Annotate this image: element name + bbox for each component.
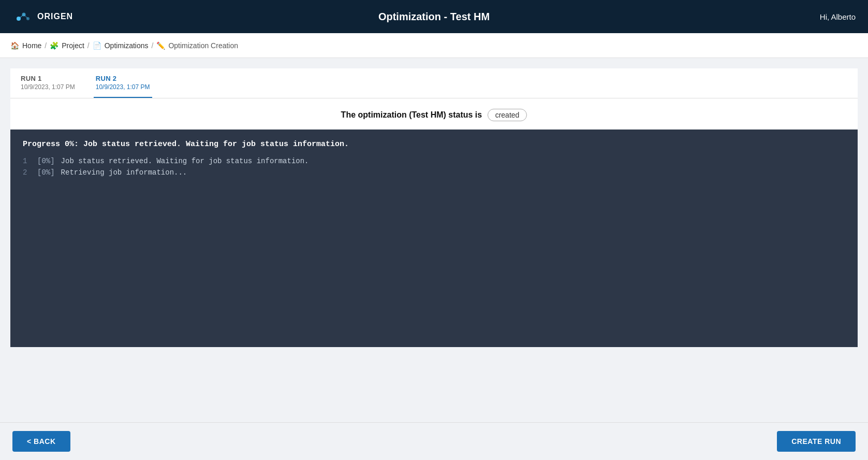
origen-logo-icon	[12, 7, 33, 26]
page-title: Optimization - Test HM	[378, 11, 490, 23]
breadcrumb-current: ✏️ Optimization Creation	[156, 41, 238, 50]
tab-run2-date: 10/9/2023, 1:07 PM	[96, 83, 150, 91]
tab-run1-date: 10/9/2023, 1:07 PM	[21, 83, 75, 91]
doc-icon: 📄	[93, 41, 101, 50]
run-tabs: RUN 1 10/9/2023, 1:07 PM RUN 2 10/9/2023…	[10, 68, 858, 98]
puzzle-icon: 🧩	[50, 41, 58, 50]
create-run-button[interactable]: CREATE RUN	[777, 431, 856, 452]
breadcrumb-optimizations[interactable]: 📄 Optimizations	[93, 41, 149, 50]
breadcrumb-project[interactable]: 🧩 Project	[50, 41, 84, 50]
logo[interactable]: ORIGEN	[12, 7, 73, 26]
status-line: The optimization (Test HM) status is cre…	[10, 98, 858, 130]
console-line-1-num: 1	[23, 157, 31, 165]
breadcrumb-current-label: Optimization Creation	[168, 41, 238, 50]
console-output: Progress 0%: Job status retrieved. Waiti…	[10, 130, 858, 347]
app-header: ORIGEN Optimization - Test HM Hi, Albert…	[0, 0, 868, 33]
breadcrumb-project-label: Project	[62, 41, 84, 50]
pencil-icon: ✏️	[156, 41, 165, 50]
breadcrumb-home-label: Home	[22, 41, 41, 50]
console-line-1-text: Job status retrieved. Waiting for job st…	[61, 157, 309, 165]
breadcrumb-home[interactable]: 🏠 Home	[10, 41, 41, 50]
user-greeting: Hi, Alberto	[820, 12, 856, 21]
breadcrumb: 🏠 Home / 🧩 Project / 📄 Optimizations / ✏…	[0, 33, 868, 58]
tab-run2[interactable]: RUN 2 10/9/2023, 1:07 PM	[94, 68, 152, 98]
tab-run2-label: RUN 2	[96, 75, 117, 82]
console-line-1-pct: [0%]	[37, 157, 55, 165]
svg-line-4	[24, 15, 28, 19]
breadcrumb-sep-2: /	[87, 41, 90, 50]
breadcrumb-optimizations-label: Optimizations	[105, 41, 149, 50]
footer: < BACK CREATE RUN	[0, 422, 868, 460]
status-text-prefix: The optimization (Test HM) status is	[341, 110, 482, 119]
breadcrumb-sep-1: /	[45, 41, 47, 50]
logo-text: ORIGEN	[37, 12, 73, 21]
console-line-2-text: Retrieving job information...	[61, 168, 187, 177]
tab-run1-label: RUN 1	[21, 75, 42, 82]
back-button[interactable]: < BACK	[12, 431, 70, 452]
console-header: Progress 0%: Job status retrieved. Waiti…	[23, 140, 845, 149]
console-line-2: 2 [0%] Retrieving job information...	[23, 168, 845, 177]
console-line-2-num: 2	[23, 168, 31, 177]
console-line-1: 1 [0%] Job status retrieved. Waiting for…	[23, 157, 845, 165]
home-icon: 🏠	[10, 41, 19, 50]
console-line-2-pct: [0%]	[37, 168, 55, 177]
status-badge: created	[488, 109, 527, 121]
main-content: RUN 1 10/9/2023, 1:07 PM RUN 2 10/9/2023…	[0, 58, 868, 460]
tab-run1[interactable]: RUN 1 10/9/2023, 1:07 PM	[19, 68, 77, 98]
svg-line-3	[19, 15, 24, 19]
breadcrumb-sep-3: /	[152, 41, 154, 50]
